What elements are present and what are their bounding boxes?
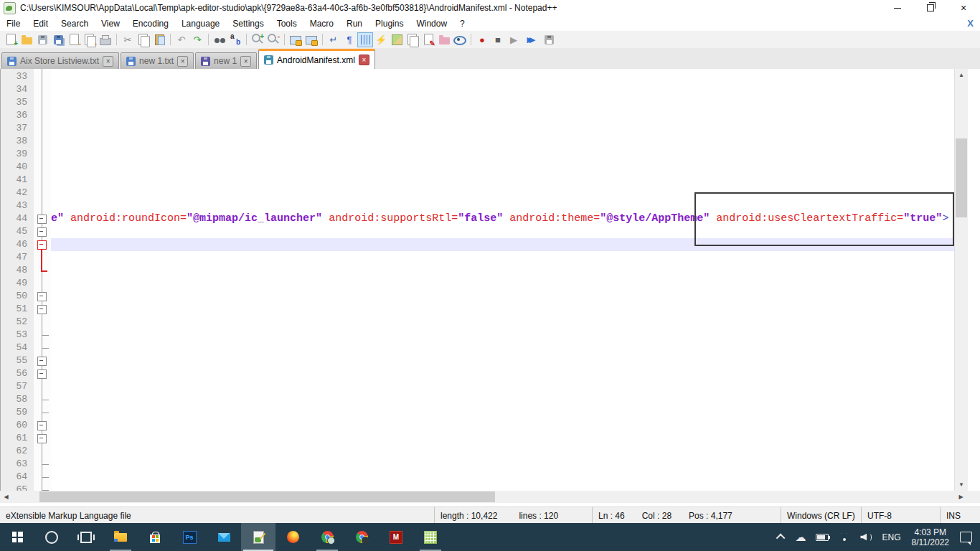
saved-file-icon bbox=[7, 57, 17, 66]
encoding-label[interactable]: UTF-8 bbox=[867, 511, 892, 521]
fold-collapse-box-line-50[interactable] bbox=[37, 292, 47, 301]
minimize-button[interactable] bbox=[881, 0, 914, 16]
close-all-documents-icon[interactable]: - bbox=[83, 33, 97, 47]
fold-collapse-box-line-45[interactable] bbox=[37, 227, 47, 237]
menu-item-tools[interactable]: Tools bbox=[270, 17, 303, 31]
tab-androidmanifest-xml[interactable]: AndroidManifest.xml× bbox=[258, 49, 375, 69]
fold-collapse-box-line-61[interactable] bbox=[37, 434, 47, 443]
fold-collapse-box-line-46[interactable] bbox=[37, 240, 47, 250]
undo-icon[interactable]: ↶ bbox=[174, 33, 189, 47]
show-all-characters-icon[interactable]: ¶ bbox=[342, 33, 357, 47]
playback-macro-icon[interactable]: ▶ bbox=[507, 33, 521, 47]
restore-button[interactable] bbox=[914, 0, 947, 16]
preview-icon[interactable] bbox=[453, 33, 467, 47]
word-wrap-icon[interactable]: ↵ bbox=[326, 33, 341, 47]
run-macro-multiple-times-icon[interactable]: ▶▶ bbox=[522, 33, 540, 47]
fold-collapse-box-line-60[interactable] bbox=[37, 421, 47, 430]
onedrive-cloud-icon[interactable]: ☁ bbox=[790, 523, 811, 551]
tray-chevron-up-icon[interactable] bbox=[773, 523, 790, 551]
print-icon[interactable] bbox=[98, 33, 113, 47]
open-file-icon[interactable] bbox=[19, 33, 34, 47]
function-completion-icon[interactable]: ⚡ bbox=[374, 33, 388, 47]
paste-icon[interactable] bbox=[152, 33, 166, 47]
scroll-right-arrow-icon[interactable]: ▶ bbox=[955, 491, 967, 503]
redo-icon[interactable]: ↷ bbox=[190, 33, 204, 47]
menu-item-file[interactable]: File bbox=[0, 17, 27, 31]
menu-item-plugins[interactable]: Plugins bbox=[369, 17, 410, 31]
gmail-icon[interactable]: M bbox=[379, 523, 413, 551]
chrome-profile-2-icon[interactable] bbox=[344, 523, 379, 551]
language-indicator[interactable]: ENG bbox=[877, 523, 905, 551]
scroll-down-arrow-icon[interactable]: ▼ bbox=[955, 479, 968, 491]
menu-item-run[interactable]: Run bbox=[340, 17, 369, 31]
menu-close-x[interactable]: X bbox=[967, 18, 974, 29]
stop-recording-icon[interactable]: ■ bbox=[491, 33, 505, 47]
vertical-scrollbar-thumb[interactable] bbox=[956, 138, 967, 217]
show-indent-guide-icon[interactable] bbox=[358, 33, 372, 47]
fold-collapse-box-line-51[interactable] bbox=[37, 305, 47, 314]
start-recording-icon[interactable]: ● bbox=[475, 33, 489, 47]
fold-collapse-box-line-55[interactable] bbox=[37, 357, 47, 366]
microsoft-store-icon[interactable] bbox=[138, 523, 172, 551]
action-center-icon[interactable] bbox=[955, 523, 977, 551]
menu-item-search[interactable]: Search bbox=[55, 17, 95, 31]
document-map-icon[interactable] bbox=[390, 33, 404, 47]
horizontal-scrollbar[interactable]: ◀ ▶ bbox=[0, 491, 967, 503]
fold-collapse-box-line-56[interactable] bbox=[37, 369, 47, 379]
tab-close-icon[interactable]: × bbox=[177, 56, 188, 67]
chrome-profile-1-icon[interactable] bbox=[310, 523, 344, 551]
insert-mode-label[interactable]: INS bbox=[946, 511, 961, 521]
close-button[interactable]: × bbox=[947, 0, 980, 16]
scroll-up-arrow-icon[interactable]: ▲ bbox=[955, 69, 968, 81]
mail-icon[interactable] bbox=[207, 523, 241, 551]
spreadsheet-icon[interactable] bbox=[413, 523, 448, 551]
eol-format-label[interactable]: Windows (CR LF) bbox=[787, 511, 855, 521]
synchronize-horizontal-scrolling-icon[interactable] bbox=[304, 33, 319, 47]
menu-item-window[interactable]: Window bbox=[410, 17, 453, 31]
close-document-icon[interactable]: - bbox=[67, 33, 81, 47]
volume-icon[interactable] bbox=[855, 523, 877, 551]
tab-close-icon[interactable]: × bbox=[240, 56, 251, 67]
tab-new-1[interactable]: new 1× bbox=[195, 52, 257, 69]
cortana-button[interactable] bbox=[34, 523, 69, 551]
cut-icon[interactable]: ✂ bbox=[121, 33, 135, 47]
wifi-icon[interactable] bbox=[834, 523, 855, 551]
horizontal-scrollbar-thumb[interactable] bbox=[39, 491, 495, 502]
menu-item-settings[interactable]: Settings bbox=[226, 17, 270, 31]
firefox-icon[interactable] bbox=[275, 523, 310, 551]
copy-icon[interactable] bbox=[136, 33, 151, 47]
menu-item-help[interactable]: ? bbox=[453, 17, 471, 31]
text-area[interactable]: e" android:roundIcon="@mipmap/ic_launche… bbox=[51, 69, 954, 491]
edit-popup-icon[interactable]: ✎ bbox=[421, 33, 435, 47]
zoom-in-icon[interactable]: + bbox=[250, 33, 265, 47]
file-explorer-icon[interactable] bbox=[103, 523, 138, 551]
replace-icon[interactable]: ab bbox=[228, 33, 242, 47]
new-file-icon[interactable]: + bbox=[4, 33, 18, 47]
menu-item-view[interactable]: View bbox=[95, 17, 126, 31]
vertical-scrollbar[interactable]: ▲ ▼ bbox=[954, 69, 968, 491]
tab-close-icon[interactable]: × bbox=[359, 55, 369, 65]
start-button[interactable] bbox=[0, 523, 34, 551]
folder-as-workspace-icon[interactable] bbox=[437, 33, 451, 47]
fold-collapse-box-line-44[interactable] bbox=[37, 215, 47, 224]
task-view-button[interactable] bbox=[69, 523, 103, 551]
zoom-out-icon[interactable]: - bbox=[266, 33, 281, 47]
scroll-left-arrow-icon[interactable]: ◀ bbox=[0, 491, 12, 503]
menu-item-encoding[interactable]: Encoding bbox=[126, 17, 175, 31]
document-switcher-icon[interactable] bbox=[405, 33, 420, 47]
save-icon[interactable] bbox=[35, 33, 50, 47]
tab-close-icon[interactable]: × bbox=[103, 56, 113, 67]
menu-item-language[interactable]: Language bbox=[175, 17, 226, 31]
save-recorded-macro-icon[interactable] bbox=[542, 33, 556, 47]
tab-aix-store-listview-txt[interactable]: Aix Store Listview.txt× bbox=[1, 52, 119, 69]
photoshop-icon[interactable]: Ps bbox=[172, 523, 207, 551]
tab-new-1-txt[interactable]: new 1.txt× bbox=[121, 52, 194, 69]
notepad-plus-plus-icon[interactable] bbox=[241, 523, 275, 551]
clock[interactable]: 4:03 PM 8/11/2022 bbox=[906, 523, 956, 551]
find-icon[interactable] bbox=[212, 33, 227, 47]
save-all-icon[interactable] bbox=[51, 33, 65, 47]
battery-icon[interactable] bbox=[811, 523, 834, 551]
synchronize-vertical-scrolling-icon[interactable] bbox=[288, 33, 303, 47]
menu-item-edit[interactable]: Edit bbox=[27, 17, 55, 31]
menu-item-macro[interactable]: Macro bbox=[303, 17, 340, 31]
